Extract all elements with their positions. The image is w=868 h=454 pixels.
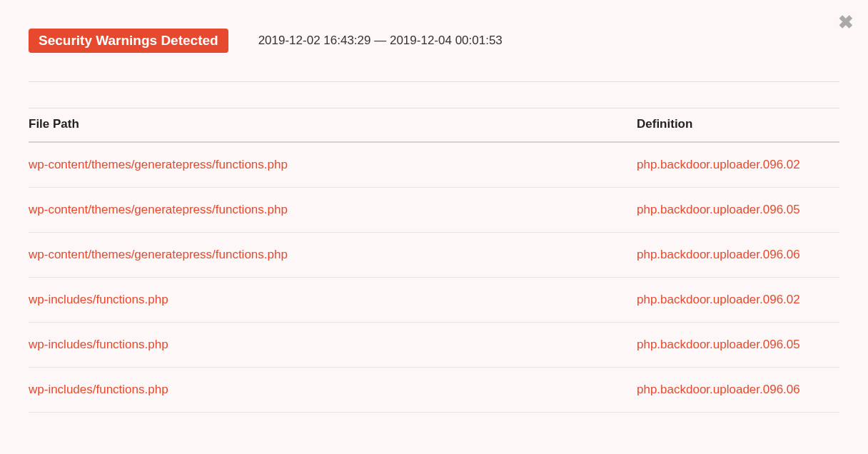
definition-link[interactable]: php.backdoor.uploader.096.06: [637, 383, 800, 396]
column-header-definition: Definition: [637, 109, 839, 143]
definition-link[interactable]: php.backdoor.uploader.096.02: [637, 293, 800, 306]
definition-link[interactable]: php.backdoor.uploader.096.05: [637, 203, 800, 216]
file-path-link[interactable]: wp-content/themes/generatepress/function…: [29, 248, 288, 261]
modal-header: Security Warnings Detected 2019-12-02 16…: [29, 29, 839, 53]
table-row: wp-content/themes/generatepress/function…: [29, 142, 839, 188]
file-path-link[interactable]: wp-includes/functions.php: [29, 338, 168, 351]
table-row: wp-includes/functions.php php.backdoor.u…: [29, 323, 839, 368]
file-path-link[interactable]: wp-content/themes/generatepress/function…: [29, 203, 288, 216]
divider: [29, 81, 839, 82]
table-row: wp-includes/functions.php php.backdoor.u…: [29, 368, 839, 413]
column-header-file-path: File Path: [29, 109, 637, 143]
file-path-link[interactable]: wp-includes/functions.php: [29, 383, 168, 396]
security-warnings-modal: ✖ Security Warnings Detected 2019-12-02 …: [0, 0, 868, 413]
close-icon[interactable]: ✖: [838, 13, 854, 31]
table-row: wp-content/themes/generatepress/function…: [29, 188, 839, 233]
file-path-link[interactable]: wp-content/themes/generatepress/function…: [29, 158, 288, 171]
table-row: wp-content/themes/generatepress/function…: [29, 233, 839, 278]
file-path-link[interactable]: wp-includes/functions.php: [29, 293, 168, 306]
definition-link[interactable]: php.backdoor.uploader.096.06: [637, 248, 800, 261]
warning-badge: Security Warnings Detected: [29, 29, 228, 53]
definition-link[interactable]: php.backdoor.uploader.096.02: [637, 158, 800, 171]
definition-link[interactable]: php.backdoor.uploader.096.05: [637, 338, 800, 351]
timestamp-range: 2019-12-02 16:43:29 — 2019-12-04 00:01:5…: [258, 34, 503, 48]
warnings-table: File Path Definition wp-content/themes/g…: [29, 108, 839, 413]
table-row: wp-includes/functions.php php.backdoor.u…: [29, 278, 839, 323]
